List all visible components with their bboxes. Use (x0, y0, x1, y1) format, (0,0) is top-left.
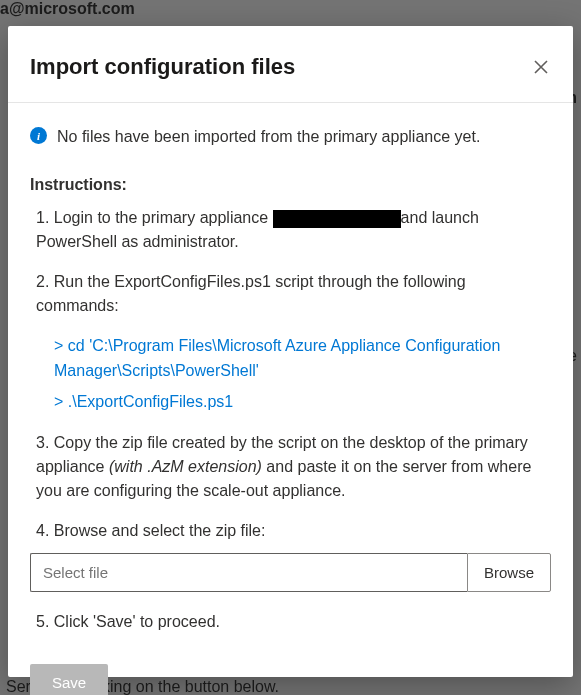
modal-title: Import configuration files (30, 54, 295, 80)
close-icon (534, 60, 548, 74)
command-export: > .\ExportConfigFiles.ps1 (30, 390, 551, 415)
info-message: No files have been imported from the pri… (57, 125, 480, 148)
browse-button[interactable]: Browse (467, 553, 551, 592)
step-text: 1. Login to the primary appliance (36, 209, 273, 226)
import-config-modal: Import configuration files i No files ha… (8, 26, 573, 677)
instructions-heading: Instructions: (30, 176, 551, 194)
close-button[interactable] (531, 57, 551, 77)
instruction-step-4: 4. Browse and select the zip file: (30, 519, 551, 543)
instruction-step-1: 1. Login to the primary appliance and la… (30, 206, 551, 254)
command-cd: > cd 'C:\Program Files\Microsoft Azure A… (30, 334, 551, 384)
redacted-text (273, 210, 401, 228)
info-banner: i No files have been imported from the p… (30, 125, 551, 148)
file-input[interactable] (30, 553, 467, 592)
instruction-step-3: 3. Copy the zip file created by the scri… (30, 431, 551, 503)
info-icon: i (30, 127, 47, 144)
instruction-step-5: 5. Click 'Save' to proceed. (30, 610, 551, 634)
modal-body: i No files have been imported from the p… (8, 103, 573, 695)
file-picker-row: Browse (30, 553, 551, 592)
save-button[interactable]: Save (30, 664, 108, 695)
step-text-italic: (with .AzM extension) (109, 458, 262, 475)
modal-header: Import configuration files (8, 26, 573, 103)
instruction-step-2: 2. Run the ExportConfigFiles.ps1 script … (30, 270, 551, 318)
